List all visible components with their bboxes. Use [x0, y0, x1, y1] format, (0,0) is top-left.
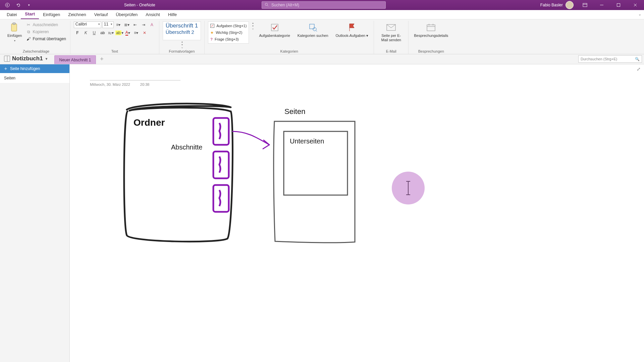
find-tags-button[interactable]: Kategorien suchen — [296, 21, 330, 39]
delete-button[interactable]: ✕ — [141, 29, 148, 36]
style-heading2[interactable]: Überschrift 2 — [164, 29, 199, 35]
page-list-panel: ＋Seite hinzufügen Seiten — [0, 64, 70, 362]
svg-rect-16 — [427, 25, 435, 31]
notebook-icon — [4, 56, 10, 62]
tab-verlauf[interactable]: Verlauf — [90, 10, 112, 19]
svg-rect-12 — [310, 24, 314, 29]
group-email: Seite per E-Mail senden E-Mail — [374, 21, 409, 54]
paste-button[interactable]: Einfügen ▾ — [5, 21, 24, 44]
group-text: Calibri 11 ≡▾ ≣▾ ⇤ ⇥ A F K U ab x₂▾ ab▾ … — [70, 21, 159, 54]
font-color-button[interactable]: A▾ — [124, 29, 131, 36]
underline-button[interactable]: U — [91, 29, 98, 36]
notebook-picker[interactable]: Notizbuch1 ▼ — [2, 54, 52, 64]
checkbox-icon — [269, 22, 280, 33]
note-canvas[interactable]: Mittwoch, 30. März 2022 20:38 ⤢ Or — [70, 64, 644, 362]
add-page-button[interactable]: ＋Seite hinzufügen — [0, 64, 69, 73]
label-ordner: Ordner — [133, 117, 165, 128]
collapse-ribbon-button[interactable]: ⌄ — [638, 12, 641, 16]
maximize-button[interactable] — [611, 0, 626, 10]
styles-scroll-down[interactable]: ▾ — [181, 43, 183, 46]
tag-category-button[interactable]: Aufgabenkategorie — [257, 21, 292, 39]
svg-rect-22 — [213, 185, 229, 212]
tags-scroll-down[interactable]: ▾ — [252, 24, 254, 27]
avatar — [566, 1, 574, 9]
subscript-button[interactable]: x₂▾ — [107, 29, 115, 36]
bullets-button[interactable]: ≡▾ — [115, 21, 122, 28]
close-button[interactable] — [628, 0, 643, 10]
envelope-icon — [386, 22, 396, 33]
numbering-button[interactable]: ≣▾ — [123, 21, 130, 28]
outdent-button[interactable]: ⇤ — [131, 21, 139, 28]
tag-todo[interactable]: ✓Aufgaben (Strg+1) — [210, 23, 247, 29]
tag-important[interactable]: ★Wichtig (Strg+2) — [210, 29, 247, 36]
svg-point-13 — [313, 27, 316, 31]
bold-button[interactable]: F — [74, 29, 81, 36]
indent-button[interactable]: ⇥ — [140, 21, 147, 28]
copy-button: ⧉Kopieren — [25, 28, 66, 35]
ribbon-mode-button[interactable] — [578, 0, 592, 10]
section-tab-strip: Notizbuch1 ▼ Neuer Abschnitt 1 + Durchsu… — [0, 54, 644, 64]
window-title: Seiten - OneNote — [124, 0, 155, 10]
tab-ueberpruefen[interactable]: Überprüfen — [112, 10, 142, 19]
group-meetings: Besprechungsdetails Besprechungen — [409, 21, 453, 54]
styles-expand[interactable]: ▿ — [181, 46, 183, 49]
calendar-icon — [426, 22, 436, 33]
label-seiten: Seiten — [284, 107, 305, 116]
qat-customize[interactable]: ▾ — [25, 1, 33, 9]
svg-rect-9 — [11, 24, 17, 31]
style-heading1[interactable]: Überschrift 1 — [164, 22, 199, 29]
tab-zeichnen[interactable]: Zeichnen — [64, 10, 90, 19]
highlight-button[interactable]: ab▾ — [116, 29, 123, 36]
tag-question[interactable]: ?Frage (Strg+3) — [210, 36, 247, 42]
email-page-button[interactable]: Seite per E-Mail senden — [377, 21, 405, 43]
tab-start[interactable]: Start — [21, 10, 39, 19]
svg-point-1 — [265, 3, 268, 5]
ink-drawing — [70, 64, 640, 299]
user-name: Fabio Basler — [540, 3, 563, 7]
cut-icon: ✂ — [26, 22, 31, 27]
flag-icon — [346, 22, 357, 33]
styles-scroll-up[interactable]: ▴ — [181, 40, 183, 43]
clear-format-button[interactable]: A — [148, 21, 156, 28]
svg-rect-20 — [213, 118, 229, 145]
font-size-select[interactable]: 11 — [102, 21, 114, 28]
tab-hilfe[interactable]: Hilfe — [164, 10, 181, 19]
tags-scroll-up[interactable]: ▴ — [252, 21, 254, 24]
back-button[interactable] — [3, 1, 11, 9]
section-tab[interactable]: Neuer Abschnitt 1 — [54, 55, 96, 64]
label-abschnitte: Abschnitte — [171, 143, 202, 151]
account-button[interactable]: Fabio Basler — [540, 1, 576, 9]
tag-search-icon — [308, 22, 318, 33]
page-list-item[interactable]: Seiten — [0, 73, 69, 83]
add-section-button[interactable]: + — [96, 56, 108, 64]
svg-rect-21 — [213, 152, 229, 178]
group-label-styles: Formatvorlagen — [169, 49, 195, 54]
tags-expand[interactable]: ▿ — [252, 27, 254, 31]
tab-einfuegen[interactable]: Einfügen — [39, 10, 64, 19]
title-bar: ▾ Seiten - OneNote Suchen (Alt+M) Fabio … — [0, 0, 644, 10]
search-placeholder: Suchen (Alt+M) — [271, 3, 299, 7]
format-painter-button[interactable]: 🖌Format übertragen — [25, 36, 66, 42]
strike-button[interactable]: ab — [99, 29, 106, 36]
group-label-clipboard: Zwischenablage — [23, 49, 50, 54]
group-label-text: Text — [111, 49, 118, 54]
chevron-down-icon: ▼ — [45, 57, 48, 61]
svg-rect-6 — [617, 4, 620, 7]
tab-datei[interactable]: Datei — [3, 10, 21, 19]
minimize-button[interactable] — [594, 0, 609, 10]
brush-icon: 🖌 — [26, 36, 31, 42]
outlook-tasks-button[interactable]: Outlook-Aufgaben ▾ — [334, 21, 371, 39]
cursor-indicator — [392, 172, 425, 204]
svg-point-0 — [5, 3, 9, 7]
font-name-select[interactable]: Calibri — [74, 21, 101, 28]
meeting-details-button[interactable]: Besprechungsdetails — [412, 21, 450, 39]
undo-button[interactable] — [14, 1, 22, 9]
align-button[interactable]: ≡▾ — [132, 29, 140, 36]
page-search-input[interactable]: Durchsuchen (Strg+E) 🔍 — [578, 55, 642, 63]
svg-rect-11 — [271, 24, 278, 31]
italic-button[interactable]: K — [82, 29, 90, 36]
group-label-email: E-Mail — [386, 49, 396, 54]
search-input[interactable]: Suchen (Alt+M) — [262, 1, 386, 9]
group-label-tags: Kategorien — [280, 49, 298, 54]
tab-ansicht[interactable]: Ansicht — [142, 10, 164, 19]
